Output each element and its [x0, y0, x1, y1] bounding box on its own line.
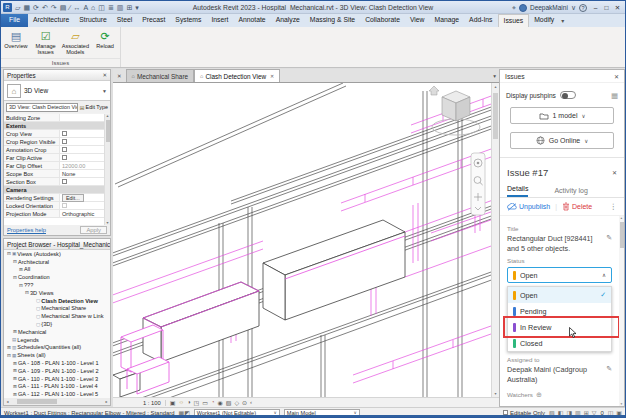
default-3d-view-icon[interactable]: ⌂ [91, 1, 95, 14]
tree-item-legends[interactable]: ▤Legends [4, 336, 110, 344]
status-option-closed[interactable]: Closed [508, 335, 611, 351]
ribbon-tab-manage[interactable]: Manage [430, 14, 465, 27]
tree-item-sheets-all[interactable]: ⊟▦Sheets (all) [4, 351, 110, 359]
visibility-icon[interactable]: ▥ [117, 1, 124, 14]
overview-button[interactable]: ▤Overview [1, 28, 31, 58]
tree-item-[interactable]: ⊟??? [4, 281, 110, 289]
ribbon-display-toggle-icon[interactable]: ▾ [559, 14, 568, 27]
checkbox[interactable] [62, 203, 67, 208]
ribbon-tab-annotate[interactable]: Annotate [233, 14, 270, 27]
ribbon-tab-systems[interactable]: Systems [170, 14, 206, 27]
view-scale[interactable]: 1 : 100 [139, 400, 166, 406]
status-option-in-review[interactable]: In Review [508, 319, 611, 335]
temporary-view-properties-icon[interactable]: ◇ [234, 399, 239, 406]
titlebar[interactable]: R ▱▦⟳↶↷▤∕↔A⌂◫≣▥⊞▾ Autodesk Revit 2023 - … [1, 1, 625, 14]
issues-scrollbar[interactable]: ▴▾ [619, 216, 624, 406]
show-crop-region-icon[interactable]: ▭ [202, 399, 208, 406]
issue-tab-details[interactable]: Details [507, 185, 528, 197]
ribbon-tab-massing-site[interactable]: Massing & Site [305, 14, 360, 27]
property-value[interactable] [60, 155, 104, 160]
shadows-icon[interactable]: ◑ [187, 399, 191, 406]
minimize-button[interactable]: – [590, 4, 601, 12]
property-value[interactable] [60, 147, 104, 152]
tree-item-ga-110-plan-1-100-level-3[interactable]: ⊞GA - 110 - PLAN 1-100 - Level 3 [4, 375, 110, 383]
avatar[interactable] [519, 4, 527, 12]
status-dropdown-field[interactable]: Open ∧ [507, 267, 612, 283]
save-icon[interactable]: ▦ [23, 1, 30, 14]
viewcube-home-icon[interactable] [429, 86, 439, 95]
add-watcher-icon[interactable]: ⊕ [536, 391, 542, 399]
navigation-bar[interactable] [471, 153, 485, 215]
switch-windows-icon[interactable]: ⊞ [126, 1, 132, 14]
tree-item-schedules-quantities-all[interactable]: ⊞▥Schedules/Quantities (all) [4, 344, 110, 352]
ribbon-tab-steel[interactable]: Steel [112, 14, 138, 27]
property-value[interactable] [60, 139, 104, 144]
ribbon-tab-analyze[interactable]: Analyze [271, 14, 305, 27]
ribbon-tab-collaborate[interactable]: Collaborate [360, 14, 405, 27]
associated-models-button[interactable]: ▱Associated Models [61, 28, 91, 58]
ribbon-tab-precast[interactable]: Precast [137, 14, 170, 27]
checkbox[interactable] [62, 179, 67, 184]
properties-titlebar[interactable]: Properties ✕ [4, 70, 110, 81]
thin-lines-icon[interactable]: ≣ [108, 1, 114, 14]
tree-item-mechanical-share[interactable]: ▢Mechanical Share [4, 305, 110, 313]
aligned-dimension-icon[interactable]: ↔ [73, 1, 80, 14]
unpublish-button[interactable]: Unpublish [507, 203, 550, 211]
redo-icon[interactable]: ↷ [51, 1, 57, 14]
scroll-down-icon[interactable]: ▾ [492, 391, 499, 396]
status-option-open[interactable]: Open✓ [508, 287, 611, 303]
close-view-icon[interactable]: ✕ [113, 73, 126, 82]
visual-style-icon[interactable]: ▣ [170, 399, 176, 406]
issue-tab-activity-log[interactable]: Activity log [554, 187, 587, 197]
ribbon-tab-issues[interactable]: Issues [498, 14, 530, 27]
edit-button[interactable]: Edit... [62, 194, 84, 202]
more-options-icon[interactable]: ⋮ [610, 202, 618, 211]
delete-button[interactable]: Delete [562, 202, 592, 211]
section-icon[interactable]: ◫ [98, 1, 105, 14]
signed-in-user[interactable]: DeepakMaini [530, 4, 568, 11]
property-value[interactable]: 12000.00 [60, 163, 104, 169]
edit-icon[interactable]: ✎ [606, 234, 612, 242]
apply-button[interactable]: Apply [80, 226, 107, 234]
properties-help-link[interactable]: Properties help [7, 227, 46, 233]
tree-item-ga-109-plan-1-100-level-2[interactable]: ⊞GA - 109 - PLAN 1-100 - Level 2 [4, 367, 110, 375]
project-browser-hscrollbar[interactable]: ◂ ▸ [4, 398, 110, 405]
chevron-down-icon[interactable]: ▼ [102, 88, 107, 94]
measure-icon[interactable]: ∕ [69, 1, 70, 14]
tree-item-3d-views[interactable]: ⊟3D Views [4, 289, 110, 297]
temporary-hide-isolate-icon[interactable]: ◔ [211, 399, 215, 406]
close-issue-icon[interactable]: ✕ [612, 169, 617, 176]
scroll-thumb[interactable] [493, 93, 498, 139]
text-icon[interactable]: A [83, 1, 88, 14]
scroll-up-icon[interactable]: ▴ [492, 84, 499, 89]
edit-type-button[interactable]: ⊞ Edit Type [80, 104, 108, 111]
ribbon-tab-insert[interactable]: Insert [206, 14, 233, 27]
checkbox[interactable] [62, 155, 67, 160]
manage-issues-button[interactable]: ☑Manage Issues [31, 28, 61, 58]
maximize-button[interactable]: □ [601, 4, 612, 12]
drawing-canvas[interactable]: ▴ ▾ [113, 83, 499, 397]
scroll-right-icon[interactable]: ▸ [103, 399, 110, 404]
model-filter-button[interactable]: 1 model ∨ [510, 107, 614, 124]
tree-item-clash-detection-view[interactable]: ▢Clash Detection View [4, 297, 110, 305]
scroll-thumb[interactable] [17, 399, 57, 404]
property-value[interactable] [60, 179, 104, 184]
close-icon[interactable]: ✕ [102, 72, 107, 78]
undo-icon[interactable]: ↶ [42, 1, 48, 14]
signin-chevron-icon[interactable]: ∨ [571, 1, 576, 14]
crop-view-icon[interactable]: ◳ [194, 399, 200, 406]
go-online-button[interactable]: Go Online ∨ [510, 132, 614, 149]
close-icon[interactable]: ✕ [614, 73, 619, 80]
property-value[interactable] [60, 131, 104, 136]
reveal-hidden-elements-icon[interactable]: ◉ [218, 399, 223, 406]
edit-icon[interactable]: ✎ [606, 365, 612, 373]
ribbon-tab-modify[interactable]: Modify [529, 14, 559, 27]
project-browser-titlebar[interactable]: Project Browser - Hospital_Mechanical.rv… [4, 239, 110, 250]
tree-item-coordination[interactable]: ⊟Coordination [4, 273, 110, 281]
close-button[interactable]: ✕ [612, 4, 623, 12]
property-value[interactable]: None [60, 171, 104, 177]
help-icon[interactable]: ? [579, 4, 587, 12]
tree-item-views-autodesk[interactable]: ⊟▣Views (Autodesk) [4, 250, 110, 258]
view-tab-mechanical-share[interactable]: ⌂Mechanical Share [126, 69, 194, 82]
collapse-bar-icon[interactable]: ‹ [250, 399, 252, 406]
